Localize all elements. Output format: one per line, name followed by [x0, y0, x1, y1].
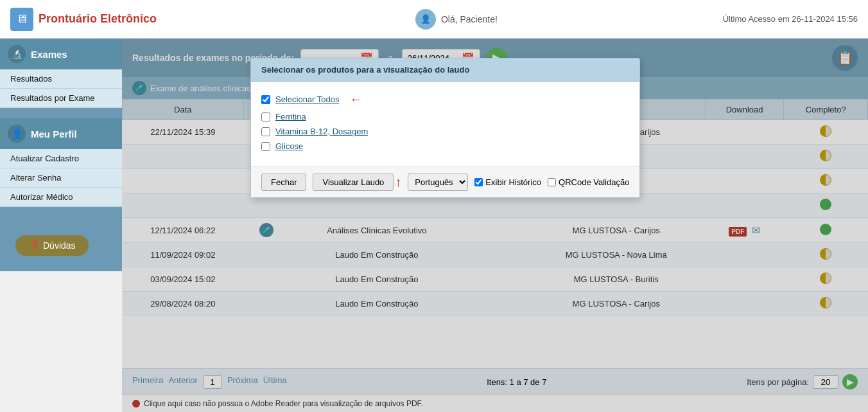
visualize-button[interactable]: Visualizar Laudo — [313, 174, 394, 191]
sidebar-perfil-section: 👤 Meu Perfil Atualizar Cadastro Alterar … — [0, 118, 122, 207]
select-all-label[interactable]: Selecionar Todos — [275, 94, 340, 104]
user-area: 👤 Olá, Paciente! — [190, 9, 723, 30]
duvidas-button[interactable]: ❓ Dúvidas — [15, 235, 89, 256]
show-history-label[interactable]: Exibir Histórico — [474, 177, 541, 187]
language-select[interactable]: Português Inglês Espanhol — [408, 174, 468, 191]
qrcode-text: QRCode Validação — [559, 177, 629, 187]
sidebar-item-autorizar[interactable]: Autorizar Médico — [0, 188, 122, 207]
sidebar-inner: 🔬 Exames Resultados Resultados por Exame… — [0, 39, 122, 271]
close-button[interactable]: Fechar — [261, 174, 306, 191]
modal-overlay: Selecionar os produtos para a visualizaç… — [122, 39, 868, 412]
qrcode-label[interactable]: QRCode Validação — [548, 177, 629, 187]
glicose-label[interactable]: Glicose — [275, 141, 303, 151]
visualize-label: Visualizar Laudo — [322, 177, 384, 187]
modal-title: Selecionar os produtos para a visualizaç… — [261, 65, 469, 75]
sidebar-perfil-header: 👤 Meu Perfil — [0, 118, 122, 149]
vitaminab12-label[interactable]: Vitamina B-12, Dosagem — [275, 127, 368, 136]
user-greeting: Olá, Paciente! — [441, 14, 498, 24]
exames-header-icon: 🔬 — [8, 45, 26, 63]
sidebar-exames-section: 🔬 Exames Resultados Resultados por Exame — [0, 39, 122, 108]
ferritina-label[interactable]: Ferritina — [275, 112, 306, 121]
main-layout: 🔬 Exames Resultados Resultados por Exame… — [0, 39, 868, 412]
modal-dialog: Selecionar os produtos para a visualizaç… — [250, 58, 640, 198]
perfil-label: Meu Perfil — [31, 129, 77, 139]
sidebar-exames-header: 🔬 Exames — [0, 39, 122, 69]
arrow-up-indicator: ↑ — [395, 175, 401, 190]
select-all-checkbox[interactable] — [261, 95, 270, 104]
modal-ferritina-item: Ferritina — [261, 112, 629, 121]
modal-select-all-item: Selecionar Todos ← — [261, 92, 629, 107]
question-icon: ❓ — [28, 240, 39, 251]
ferritina-checkbox[interactable] — [261, 112, 270, 121]
logo-icon: 🖥 — [10, 8, 33, 31]
sidebar-item-atualizar[interactable]: Atualizar Cadastro — [0, 149, 122, 168]
content-area: Resultados de exames no período de: 📅 a … — [122, 39, 868, 412]
last-access-text: Último Acesso em 26-11-2024 15:56 — [723, 14, 858, 24]
duvidas-label: Dúvidas — [43, 240, 76, 251]
sidebar-item-resultados[interactable]: Resultados — [0, 69, 122, 89]
sidebar-item-senha[interactable]: Alterar Senha — [0, 168, 122, 188]
modal-body: Selecionar Todos ← Ferritina Vitamina B-… — [251, 82, 639, 166]
top-header: 🖥 Prontuário Eletrônico 👤 Olá, Paciente!… — [0, 0, 868, 39]
vitaminab12-checkbox[interactable] — [261, 127, 270, 136]
show-history-checkbox[interactable] — [474, 178, 483, 186]
modal-glicose-item: Glicose — [261, 141, 629, 151]
modal-header: Selecionar os produtos para a visualizaç… — [251, 58, 639, 82]
perfil-header-icon: 👤 — [8, 125, 26, 143]
modal-footer: Fechar Visualizar Laudo ↑ Português Ingl… — [251, 166, 639, 197]
modal-vitaminab12-item: Vitamina B-12, Dosagem — [261, 127, 629, 136]
duvidas-area: ❓ Dúvidas — [0, 220, 122, 271]
show-history-text: Exibir Histórico — [485, 177, 541, 187]
exames-label: Exames — [31, 49, 67, 60]
logo-text: Prontuário Eletrônico — [39, 12, 157, 26]
logo-area: 🖥 Prontuário Eletrônico — [10, 8, 190, 31]
qrcode-checkbox[interactable] — [548, 178, 556, 186]
glicose-checkbox[interactable] — [261, 142, 270, 151]
sidebar-item-resultados-exame[interactable]: Resultados por Exame — [0, 89, 122, 108]
sidebar: 🔬 Exames Resultados Resultados por Exame… — [0, 39, 122, 412]
user-avatar-icon: 👤 — [415, 9, 436, 30]
arrow-right-indicator: ← — [350, 92, 363, 107]
